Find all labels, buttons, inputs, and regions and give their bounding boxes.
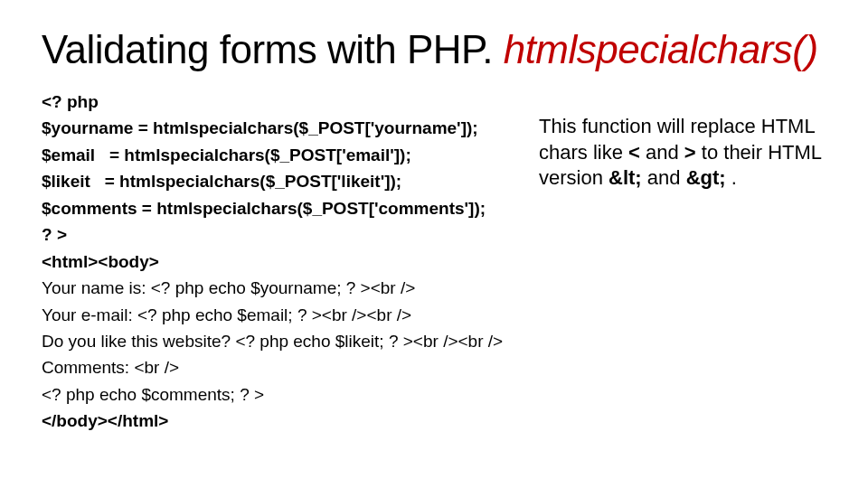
code-line: $email = htmlspecialchars($_POST['email'… [42, 142, 512, 168]
slide-title: Validating forms with PHP. htmlspecialch… [42, 27, 826, 72]
desc-part: and [642, 166, 686, 189]
desc-amp-gt: &gt; [686, 166, 726, 189]
code-line: </body></html> [42, 408, 512, 434]
code-line: <? php [42, 89, 512, 115]
title-prefix: Validating forms with PHP. [42, 27, 504, 71]
code-line: $likeit = htmlspecialchars($_POST['likei… [42, 168, 512, 194]
code-var: $likeit [42, 172, 90, 191]
title-function-name: htmlspecialchars() [504, 27, 818, 71]
content-row: <? php $yourname = htmlspecialchars($_PO… [42, 89, 826, 435]
code-line: $yourname = htmlspecialchars($_POST['you… [42, 115, 512, 141]
desc-part: and [640, 141, 684, 164]
code-var: $email [42, 145, 95, 164]
code-expr: = htmlspecialchars($_POST['likeit']); [105, 172, 401, 191]
description-text: This function will replace HTML chars li… [539, 89, 826, 435]
slide: Validating forms with PHP. htmlspecialch… [0, 0, 868, 488]
code-line: Comments: <br /> [42, 354, 512, 380]
desc-lt: < [628, 141, 640, 164]
code-line: <? php echo $comments; ? > [42, 381, 512, 408]
code-block: <? php $yourname = htmlspecialchars($_PO… [42, 89, 512, 435]
code-line: $comments = htmlspecialchars($_POST['com… [42, 195, 512, 221]
code-line: <html><body> [42, 249, 512, 275]
code-expr: = htmlspecialchars($_POST['email']); [109, 145, 411, 164]
code-line: Your name is: <? php echo $yourname; ? >… [42, 275, 512, 301]
desc-part: . [726, 166, 737, 189]
code-line: Do you like this website? <? php echo $l… [42, 328, 512, 354]
code-line: Your e-mail: <? php echo $email; ? ><br … [42, 302, 512, 328]
desc-gt: > [684, 141, 696, 164]
desc-amp-lt: &lt; [609, 166, 642, 189]
code-line: ? > [42, 221, 512, 248]
